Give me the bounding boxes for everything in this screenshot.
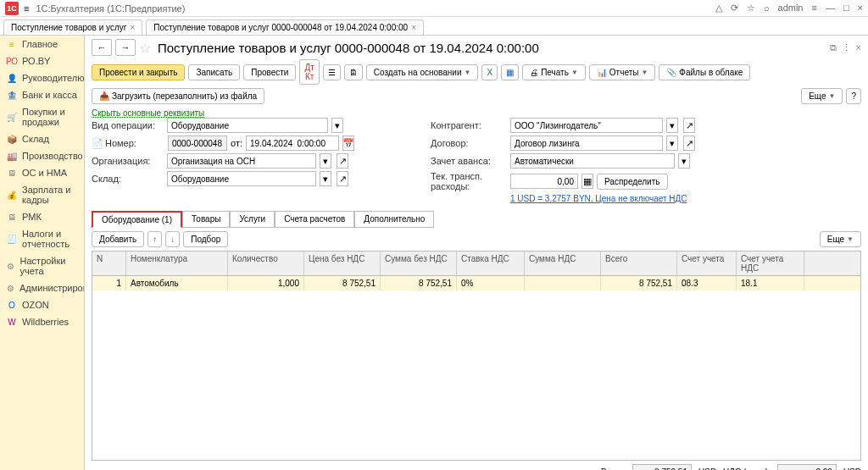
sidebar-item[interactable]: 🖥РМК [0,208,84,225]
close-doc-icon[interactable]: × [856,42,861,53]
open-icon[interactable]: ↗ [683,135,695,151]
column-header[interactable]: N [92,252,126,275]
form-icon[interactable]: ▦ [501,64,519,80]
reports-button[interactable]: 📊 Отчеты▼ [589,64,656,80]
inner-tab[interactable]: Оборудование (1) [92,211,182,228]
sidebar-item[interactable]: 🖥ОС и НМА [0,164,84,181]
sidebar-item[interactable]: 🛒Покупки и продажи [0,103,84,130]
user-label[interactable]: admin [778,3,804,14]
maximize-icon[interactable]: □ [843,3,849,14]
print-icon-small[interactable]: 🗎 [344,64,363,80]
dropdown-icon[interactable]: ▾ [320,171,331,186]
cloud-files-button[interactable]: 📎 Файлы в облаке [659,64,750,80]
hide-main-props-link[interactable]: Скрыть основные реквизиты [92,108,204,118]
move-up-button[interactable]: ↑ [147,231,162,247]
menu-icon[interactable]: ≡ [24,3,29,14]
add-button[interactable]: Добавить [92,231,144,247]
open-icon[interactable]: ↗ [683,118,695,133]
column-header[interactable]: Счет учета НДС [737,252,804,275]
calc-icon[interactable]: ▦ [581,174,593,189]
dt-kt-icon[interactable]: ДтКт [299,59,319,85]
post-close-button[interactable]: Провести и закрыть [92,64,185,80]
sidebar-item[interactable]: 📦Склад [0,130,84,147]
star-icon[interactable]: ☆ [747,3,755,14]
file-tab-1[interactable]: Поступление товаров и услуг× [3,19,142,35]
close-window-icon[interactable]: × [858,3,863,14]
inner-tab[interactable]: Товары [182,211,230,228]
cell[interactable]: 0% [457,276,525,290]
contract-input[interactable] [510,135,663,151]
column-header[interactable]: Номенклатура [126,252,228,275]
cell[interactable]: 8 752,51 [304,276,381,290]
distribute-button[interactable]: Распределить [597,174,668,190]
sidebar-item[interactable]: 🧾Налоги и отчетность [0,225,84,252]
dropdown-icon[interactable]: ▾ [678,153,690,169]
forward-button[interactable]: → [115,39,136,56]
sidebar-item[interactable]: ⚙Настройки учета [0,252,84,279]
column-header[interactable]: Всего [601,252,677,275]
cell[interactable]: 8 752,51 [381,276,457,290]
cell[interactable]: 1 [92,276,126,290]
dropdown-icon[interactable]: ▾ [666,135,678,151]
history-icon[interactable]: ⟳ [731,3,738,14]
more-icon[interactable]: ⋮ [842,42,851,53]
cell[interactable] [525,276,601,290]
cell[interactable]: 18.1 [737,276,804,290]
column-header[interactable]: Сумма НДС [525,252,601,275]
cell[interactable]: 8 752,51 [601,276,677,290]
move-down-button[interactable]: ↓ [165,231,180,247]
column-header[interactable]: Ставка НДС [457,252,525,275]
link-icon[interactable]: ⧉ [830,42,837,53]
print-button[interactable]: 🖨 Печать▼ [522,64,586,80]
create-based-button[interactable]: Создать на основании▼ [366,64,479,80]
table-row[interactable]: 1Автомобиль1,0008 752,518 752,510%8 752,… [92,276,860,290]
open-icon[interactable]: ↗ [337,171,348,186]
excel-icon[interactable]: X [481,64,498,80]
back-button[interactable]: ← [92,39,112,56]
dropdown-icon[interactable]: ▾ [331,118,343,133]
more-grid-button[interactable]: Еще▼ [820,231,861,247]
sidebar-item[interactable]: ≡Главное [0,36,84,53]
open-icon[interactable]: ↗ [337,153,348,169]
counterparty-input[interactable] [510,118,663,133]
help-button[interactable]: ? [846,88,861,104]
currency-link[interactable]: 1 USD = 3.2757 BYN, Цена не включает НДС [510,194,687,203]
file-tab-2[interactable]: Поступление товаров и услуг 0000-000048 … [146,19,424,35]
transport-input[interactable] [510,174,578,189]
cell[interactable]: 1,000 [228,276,304,290]
equalizer-icon[interactable]: ≡ [811,3,816,14]
inner-tab[interactable]: Услуги [230,211,275,228]
sidebar-item[interactable]: 💰Зарплата и кадры [0,181,84,208]
sidebar-item[interactable]: 🏭Производство [0,147,84,164]
close-icon[interactable]: × [411,23,416,32]
number-input[interactable] [168,135,227,151]
sidebar-item[interactable]: WWildberries [0,313,84,330]
pick-button[interactable]: Подбор [183,231,228,247]
close-icon[interactable]: × [130,23,135,32]
search-icon[interactable]: ⌕ [764,3,770,14]
cell[interactable]: 08.3 [677,276,737,290]
sidebar-item[interactable]: 🏦Банк и касса [0,86,84,103]
dropdown-icon[interactable]: ▾ [320,153,331,169]
sidebar-item[interactable]: ⚙Администрирование [0,279,84,296]
favorite-icon[interactable]: ☆ [139,40,151,56]
cell[interactable]: Автомобиль [126,276,228,290]
more-button[interactable]: Еще▼ [801,88,843,104]
advance-input[interactable] [510,153,675,169]
sidebar-item[interactable]: OOZON [0,296,84,313]
dropdown-icon[interactable]: ▾ [666,118,678,133]
column-header[interactable]: Цена без НДС [304,252,381,275]
sidebar-item[interactable]: РОРО.BY [0,53,84,69]
date-input[interactable] [246,135,339,151]
org-input[interactable] [167,153,316,169]
minimize-icon[interactable]: — [826,3,835,14]
column-header[interactable]: Сумма без НДС [381,252,457,275]
load-from-file-button[interactable]: 📥 Загрузить (перезаполнить) из файла [92,88,264,104]
column-header[interactable]: Количество [228,252,304,275]
inner-tab[interactable]: Дополнительно [354,211,434,228]
save-button[interactable]: Записать [188,64,240,80]
warehouse-input[interactable] [167,171,316,186]
list-icon[interactable]: ☰ [323,64,341,80]
column-header[interactable]: Счет учета [677,252,737,275]
post-button[interactable]: Провести [243,64,296,80]
